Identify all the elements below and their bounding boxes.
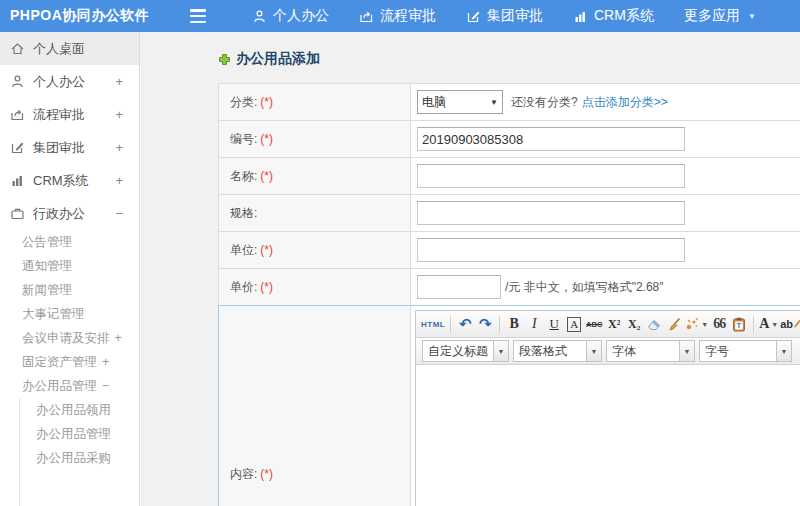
sidebar-item-label: 个人桌面 [33, 40, 85, 58]
home-icon [10, 41, 25, 56]
collapse-indicator: − [102, 379, 109, 393]
sidebar-sub-label: 会议申请及安排 [22, 330, 110, 347]
add-icon [218, 53, 231, 66]
toolbar-separator [753, 316, 754, 333]
required-mark: (*) [260, 243, 273, 257]
nav-group-approval[interactable]: 集团审批 [466, 7, 543, 25]
user-icon [10, 74, 25, 89]
form-row-name: 名称:(*) [218, 157, 800, 194]
broom-icon [667, 317, 682, 331]
required-mark: (*) [260, 280, 273, 294]
add-category-link[interactable]: 点击添加分类>> [582, 94, 668, 111]
italic-button[interactable]: I [525, 314, 543, 334]
form-row-content: 内容:(*) HTML ↶ ↷ B I U A ABC [218, 305, 800, 506]
office-supplies-submenu: 办公用品领用 办公用品管理 办公用品采购 [19, 398, 139, 506]
content-label: 内容:(*) [219, 306, 411, 506]
pencil-icon [793, 319, 800, 329]
app-logo[interactable]: PHPOA协同办公软件 [0, 7, 190, 25]
field-label: 内容: [230, 467, 257, 481]
sidebar-item-admin-office[interactable]: 行政办公 − [0, 197, 139, 230]
sidebar-sub-label: 固定资产管理 [22, 354, 97, 371]
sidebar-item-group-approval[interactable]: 集团审批 + [0, 131, 139, 164]
sidebar-item-supplies-claim[interactable]: 办公用品领用 [20, 398, 139, 422]
price-input[interactable] [417, 275, 501, 299]
highlight-button[interactable]: ab ▼ [780, 314, 800, 334]
field-label: 编号: [230, 132, 257, 146]
expand-indicator: + [115, 107, 123, 122]
required-mark: (*) [260, 132, 273, 146]
nav-label: 更多应用 [684, 7, 740, 25]
sidebar-item-office-supplies-mgmt[interactable]: 办公用品管理 − [0, 374, 139, 398]
html-source-button[interactable]: HTML [421, 314, 445, 334]
bold-button[interactable]: B [505, 314, 523, 334]
caret-down-icon: ▼ [771, 321, 778, 328]
clearformat-brush-button[interactable] [665, 314, 683, 334]
autotypeset-button[interactable]: A [567, 317, 581, 332]
form-row-code: 编号:(*) [218, 120, 800, 157]
sidebar-item-label: 集团审批 [33, 139, 85, 157]
sidebar-item-notice-mgmt[interactable]: 通知管理 [0, 254, 139, 278]
sidebar-item-announcement-mgmt[interactable]: 公告管理 [0, 230, 139, 254]
fontcolor-button[interactable]: A ▼ [759, 314, 778, 334]
unit-input[interactable] [417, 238, 685, 262]
sidebar-item-supplies-manage[interactable]: 办公用品管理 [20, 422, 139, 446]
sidebar-sub-label: 通知管理 [22, 258, 72, 275]
name-input[interactable] [417, 164, 685, 188]
category-select[interactable]: 电脑 ▼ [417, 90, 503, 114]
nav-workflow-approval[interactable]: 流程审批 [359, 7, 436, 25]
required-mark: (*) [260, 95, 273, 109]
expand-indicator: + [115, 74, 123, 89]
sidebar-item-workflow-approval[interactable]: 流程审批 + [0, 98, 139, 131]
font-family-select[interactable]: 字体 ▼ [606, 340, 695, 362]
rich-text-editor: HTML ↶ ↷ B I U A ABC X² X₂ [415, 310, 800, 506]
nav-more-apps[interactable]: 更多应用 ▼ [684, 7, 756, 25]
share-box-icon [10, 107, 25, 122]
superscript-button[interactable]: X² [605, 314, 623, 334]
caret-down-icon: ▼ [748, 12, 756, 21]
form-row-price: 单价:(*) /元 非中文，如填写格式"2.68" [218, 268, 800, 305]
undo-button[interactable]: ↶ [456, 314, 474, 334]
category-selected-value: 电脑 [422, 94, 446, 111]
expand-indicator: + [115, 140, 123, 155]
subscript-button[interactable]: X₂ [625, 314, 643, 334]
redo-button[interactable]: ↷ [476, 314, 494, 334]
pasteplain-button[interactable]: T [730, 314, 748, 334]
price-format-hint: /元 非中文，如填写格式"2.68" [505, 279, 664, 296]
eraser-button[interactable] [645, 314, 663, 334]
custom-title-select[interactable]: 自定义标题 ▼ [422, 340, 509, 362]
no-category-hint: 还没有分类? [511, 94, 578, 111]
sidebar-item-fixed-assets-mgmt[interactable]: 固定资产管理 + [0, 350, 139, 374]
sidebar-item-meeting-mgmt[interactable]: 会议申请及安排 + [0, 326, 139, 350]
font-size-select[interactable]: 字号 ▼ [699, 340, 792, 362]
formatpainter-button[interactable]: ▼ [685, 314, 708, 334]
sidebar-sub-label: 新闻管理 [22, 282, 72, 299]
add-supplies-form: 分类:(*) 电脑 ▼ 还没有分类? 点击添加分类>> 编号:(*) [218, 83, 800, 506]
sidebar-item-events-mgmt[interactable]: 大事记管理 [0, 302, 139, 326]
main-content: 办公用品添加 分类:(*) 电脑 ▼ 还没有分类? 点击添加分类>> 编号:(*… [140, 32, 800, 506]
expand-indicator: + [115, 331, 122, 345]
blockquote-button[interactable]: 66 [710, 314, 728, 334]
sidebar-item-news-mgmt[interactable]: 新闻管理 [0, 278, 139, 302]
menu-toggle-icon[interactable] [190, 9, 210, 23]
code-input[interactable] [417, 127, 685, 151]
spec-input[interactable] [417, 201, 685, 225]
caret-down-icon: ▼ [679, 341, 694, 361]
sidebar-item-label: 行政办公 [33, 205, 85, 223]
bar-chart-icon [10, 173, 25, 188]
sidebar-item-label: CRM系统 [33, 172, 89, 190]
sidebar-item-personal-desktop[interactable]: 个人桌面 [0, 32, 139, 65]
sidebar-item-supplies-purchase[interactable]: 办公用品采购 [20, 446, 139, 470]
caret-down-icon: ▼ [776, 341, 791, 361]
sidebar-sub-label: 公告管理 [22, 234, 72, 251]
nav-crm-system[interactable]: CRM系统 [573, 7, 654, 25]
sidebar-item-crm-system[interactable]: CRM系统 + [0, 164, 139, 197]
underline-button[interactable]: U [545, 314, 563, 334]
sidebar-item-personal-office[interactable]: 个人办公 + [0, 65, 139, 98]
price-label: 单价:(*) [219, 269, 411, 305]
sidebar-item-label: 个人办公 [33, 73, 85, 91]
category-label: 分类:(*) [219, 84, 411, 120]
nav-personal-office[interactable]: 个人办公 [252, 7, 329, 25]
strikethrough-button[interactable]: ABC [585, 314, 603, 334]
editor-content-area[interactable] [416, 365, 800, 506]
paragraph-format-select[interactable]: 段落格式 ▼ [513, 340, 602, 362]
